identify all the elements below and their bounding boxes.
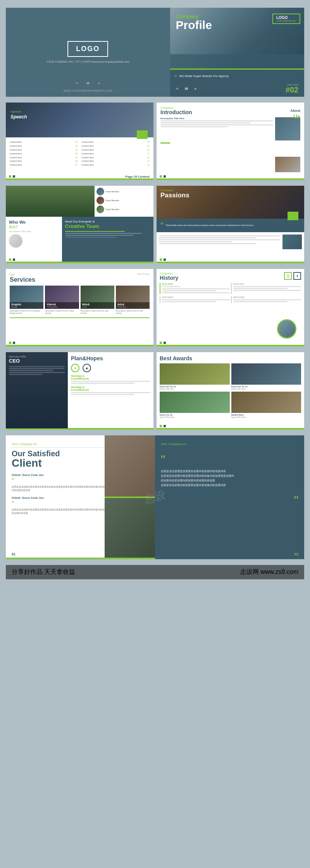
svg-marker-1: [180, 60, 203, 68]
speech-top-image: Speech Speech: [6, 103, 153, 137]
bottom-icons-row: ✉ ☎ ⊕: [176, 87, 197, 91]
intro-slide: Company's Introduction Description Title…: [157, 103, 304, 180]
green-corners-7: [160, 425, 166, 427]
client-right-panel: Your Company Inc. " 这里是说话设置是设置真实设置内容设置内容…: [155, 435, 304, 559]
cover-right-panel: Company Profile LOGO YOUR COMPANY INC. ⊙…: [170, 8, 305, 97]
intro-small: Company's: [160, 106, 300, 109]
bottom-green-bar-2: [157, 178, 304, 180]
green-divider: [170, 68, 305, 70]
bottom-green-bar-4: [157, 262, 304, 263]
speech-page: Speech Speech Content Item01 Content Ite…: [6, 103, 153, 180]
ceo-section-1: Strategy & Commitments: [71, 375, 150, 384]
passions-top-image: Company's Passions: [157, 186, 304, 219]
big-quote-open: ": [161, 454, 298, 466]
passions-bottom: [157, 232, 304, 252]
history-slide: Company's History 📋 ⬇ 2015-2016 Our Amaz…: [157, 269, 304, 346]
circle-1: [96, 188, 104, 195]
who-label: Who We: [9, 220, 59, 224]
bottom-green-bar-3: [6, 262, 153, 263]
services-title: Services: [10, 276, 35, 283]
footer-bar: 分享好作品 天天拿收益 志设网 www.zs9.com: [6, 565, 304, 579]
awards-title: Best Awards: [160, 355, 301, 361]
award-item-1: Goco Go To 11 Award Title Here: [160, 363, 230, 390]
our-label: Our: [10, 273, 35, 276]
issue-number: #02: [286, 86, 298, 94]
passions-accent: [288, 212, 298, 220]
circle-item-1: Team Member: [96, 188, 152, 195]
history-small: Company's: [160, 272, 178, 275]
ceo-page: Interview With CEO Plan&Hopes: [6, 352, 153, 430]
ceo-big-label: CEO: [9, 358, 65, 364]
quote-open: ": [160, 221, 164, 230]
history-circle-image: [277, 319, 296, 339]
period-4: 2024-2025: [231, 296, 301, 303]
green-corners-5: [9, 342, 15, 344]
client-photo-2: [105, 498, 155, 559]
cover-title-area: Company Profile: [176, 14, 212, 31]
passions-page: Company's Passions " Placeholder quote t…: [157, 186, 304, 263]
timeline-2: 2023-2024 2024-2025: [160, 296, 301, 303]
service-graphic: Graphic Design Description content here …: [10, 286, 43, 314]
client-bottom-bar: [6, 558, 155, 559]
client-page-num-2: 02: [294, 552, 298, 556]
services-accent-bar: [10, 317, 150, 318]
about-us-label: About Us: [290, 106, 300, 120]
team-label-1: Meet Our Energetic &: [65, 220, 150, 223]
history-page: Company's History 📋 ⬇ 2015-2016 Our Amaz…: [157, 269, 304, 346]
service-video: Video& Videography Description content h…: [45, 286, 79, 314]
slide-row-4: Our Services Date Range Graphic Design: [6, 269, 304, 346]
intro-content-row: Description Title Here: [160, 117, 300, 140]
interview-label: Interview With: [9, 355, 65, 358]
history-big: History: [160, 275, 178, 281]
profile-text: Profile: [176, 19, 212, 31]
logo-right: LOGO YOUR COMPANY INC.: [272, 14, 300, 24]
are-label: Are?: [9, 224, 59, 229]
website-label: WWW.YOURCOMPANYWEBSITE.COM: [64, 89, 112, 92]
intro-desc-label: Description Title Here: [160, 117, 273, 120]
who-page: Team Member Team Member Team Member: [6, 186, 153, 263]
who-right: Meet Our Energetic & Creative Team: [62, 217, 153, 263]
who-bottom-row: Who We Are? Description Title Here Meet …: [6, 217, 153, 263]
green-corners-6: [160, 342, 166, 344]
bottom-green-bar-6: [157, 345, 304, 346]
slide-row-5: Interview With CEO Plan&Hopes: [6, 352, 304, 430]
creative-team-label: Creative Team: [65, 223, 150, 229]
tagline-bar: ⊙ We Made Super Brands For Agency: [170, 72, 305, 79]
period-2: 2016-2017: [231, 283, 301, 294]
footer-right: 志设网 www.zs9.com: [240, 568, 298, 576]
circle-item-2: Team Member: [96, 197, 152, 204]
passions-small: Company's: [160, 189, 189, 192]
awards-page: Best Awards Goco Go To 11 Award Title He…: [157, 352, 304, 430]
plans-title: Plan&Hopes: [71, 355, 150, 361]
bottom-green-bar-8: [157, 428, 304, 430]
footer-left: 分享好作品 天天拿收益: [12, 568, 75, 576]
who-we-are-slide: Team Member Team Member Team Member: [6, 186, 153, 263]
circles-column: Team Member Team Member Team Member: [95, 186, 153, 217]
service-web: Web& Code Description content here for w…: [81, 286, 114, 314]
award-img-3: [160, 392, 230, 413]
toc-slide: Speech Speech Content Item01 Content Ite…: [6, 103, 153, 180]
section1-title: Strategy & Commitments: [71, 375, 150, 380]
services-slide: Our Services Date Range Graphic Design: [6, 269, 153, 346]
period-3: 2023-2024: [160, 296, 230, 303]
intro-big: Introduction: [160, 109, 300, 115]
slide-row-2: Speech Speech Content Item01 Content Ite…: [6, 103, 304, 180]
intro-image-1: [275, 117, 300, 140]
company-info-left: YOUR COMPANY INC. CITY, STATE www.yourco…: [46, 60, 129, 64]
passions-quote-block: " Placeholder quote text representing co…: [157, 219, 304, 232]
team-lines: [65, 231, 150, 238]
ceo-left-col: Interview With CEO: [6, 352, 68, 430]
ceo-slide: Interview With CEO Plan&Hopes: [6, 352, 153, 430]
green-corners: [9, 175, 15, 178]
circle-2: [96, 197, 104, 204]
section2-title: Strategy & Commitments: [71, 386, 150, 391]
award-item-2: Goco Go To 11 Award Title Here: [231, 363, 301, 390]
ceo-accent: [6, 428, 68, 430]
speech-title: Speech: [10, 114, 27, 120]
passions-slide: Company's Passions " Placeholder quote t…: [157, 186, 304, 263]
cover-left-panel: LOGO YOUR COMPANY INC. CITY, STATE www.y…: [6, 8, 170, 97]
slide-row-3: Team Member Team Member Team Member: [6, 186, 304, 263]
award-item-3: Goco Co 11 Award Title Here: [160, 392, 230, 418]
cover-bottom-bar: ✉ ☎ ⊕ 2024-2025 #02: [170, 80, 305, 97]
issue-area: 2024-2025 #02: [286, 84, 298, 94]
